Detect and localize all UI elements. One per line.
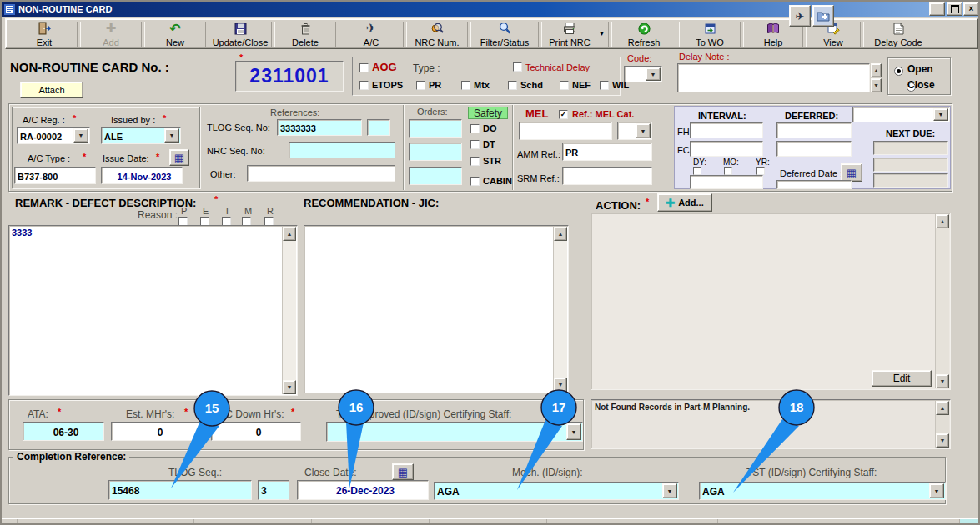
deferred-fh-input[interactable] <box>776 122 852 138</box>
toolbar-exit-button[interactable]: Exit <box>13 20 76 48</box>
tlog-seq-no-input[interactable] <box>277 119 362 136</box>
safety-str-checkbox[interactable] <box>470 157 480 166</box>
orders-input-2[interactable] <box>409 142 462 161</box>
aog-checkbox[interactable] <box>359 63 369 72</box>
interval-fc-input[interactable] <box>690 141 763 157</box>
toolbar-print-nrc-button[interactable]: Print NRC <box>543 20 596 48</box>
ata-input[interactable] <box>23 422 104 441</box>
toolbar-to-wo-button[interactable]: To WO <box>681 20 739 48</box>
action-edit-button[interactable]: Edit <box>872 370 932 387</box>
deferred-fc-input[interactable] <box>776 141 852 157</box>
mech-value[interactable] <box>435 482 683 501</box>
issue-date-calendar-button[interactable]: ▦ <box>169 149 189 166</box>
mel-cat-dropdown-arrow[interactable]: ▼ <box>636 123 651 138</box>
recommendation-scrollbar[interactable]: ▲ ▼ <box>553 227 567 392</box>
toolbar-new-button[interactable]: ↶ New <box>146 20 204 48</box>
completion-seq-input[interactable] <box>258 480 289 500</box>
tst-approved-value[interactable] <box>327 422 587 442</box>
nef-checkbox[interactable] <box>560 81 569 90</box>
attach-button[interactable]: Attach <box>20 82 83 98</box>
safety-dt-checkbox[interactable] <box>470 140 480 149</box>
completion-tst-dropdown[interactable]: ▼ <box>699 482 946 500</box>
mech-dropdown-arrow[interactable]: ▼ <box>662 483 677 498</box>
action-add-button[interactable]: ✚ Add... <box>657 193 712 212</box>
srm-ref-input[interactable] <box>562 167 652 185</box>
toolbar-add-button[interactable]: ✚ Add <box>82 20 140 48</box>
pr-checkbox[interactable] <box>416 81 425 90</box>
orders-input-3[interactable] <box>409 167 462 185</box>
tst-approved-dropdown[interactable]: ▼ <box>326 422 583 442</box>
est-mhrs-input[interactable] <box>111 422 204 441</box>
completion-seq-value[interactable] <box>259 481 294 501</box>
mo-checkbox[interactable] <box>724 167 732 175</box>
remark-scrollbar[interactable]: ▲ ▼ <box>282 227 296 394</box>
toolbar-delay-code-button[interactable]: Delay Code <box>865 20 932 48</box>
delay-note-input[interactable] <box>677 63 870 92</box>
est-mhrs-value[interactable] <box>112 422 209 442</box>
action-scrollbar[interactable]: ▲ ▼ <box>935 214 949 388</box>
toolbar-update-close-button[interactable]: Update/Close <box>210 20 270 48</box>
partm-scrollbar[interactable]: ▲ ▼ <box>935 401 949 448</box>
completion-tst-value[interactable] <box>700 482 950 501</box>
mtx-checkbox[interactable] <box>461 81 470 90</box>
toolbar-refresh-button[interactable]: Refresh <box>613 20 675 48</box>
mini-attach-button[interactable] <box>812 5 834 27</box>
issue-date-value[interactable] <box>102 168 187 185</box>
other-input[interactable] <box>247 165 395 182</box>
close-button[interactable]: × <box>963 2 979 16</box>
dy-checkbox[interactable] <box>693 167 701 175</box>
completion-tst-dropdown-arrow[interactable]: ▼ <box>929 483 944 498</box>
orders-input-1[interactable] <box>409 119 462 138</box>
completion-tlog-input[interactable] <box>108 480 252 500</box>
issue-date-input[interactable] <box>101 167 183 184</box>
ac-down-hrs-value[interactable] <box>212 422 305 442</box>
schd-checkbox[interactable] <box>508 81 517 90</box>
orders-value-3[interactable] <box>410 168 466 186</box>
ac-down-hrs-input[interactable] <box>211 422 301 441</box>
deferred-date-calendar-button[interactable]: ▦ <box>841 163 862 182</box>
yr-checkbox[interactable] <box>756 167 765 175</box>
close-date-value[interactable] <box>298 481 433 501</box>
other-value[interactable] <box>248 166 400 182</box>
ac-type-input[interactable] <box>14 167 96 184</box>
code-dropdown[interactable]: ▼ <box>624 66 662 82</box>
recommendation-textarea[interactable]: ▲ ▼ <box>304 225 569 393</box>
mini-aircraft-button[interactable]: ✈ <box>789 5 811 27</box>
nrc-seq-no-input[interactable] <box>289 142 395 158</box>
mel-cat-dropdown[interactable]: ▼ <box>617 122 652 140</box>
recommendation-scroll-down[interactable]: ▼ <box>554 378 567 392</box>
tlog-seq-no2-value[interactable] <box>368 120 395 137</box>
ac-reg-dropdown-arrow[interactable]: ▼ <box>73 128 88 142</box>
deferred-date-input[interactable] <box>776 180 852 189</box>
partm-scroll-up[interactable]: ▲ <box>936 401 949 415</box>
srm-ref-value[interactable] <box>563 168 656 186</box>
action-scroll-up[interactable]: ▲ <box>936 214 949 228</box>
delay-note-spin-up[interactable]: ▲ <box>871 63 882 78</box>
tlog-seq-no-value[interactable] <box>278 120 366 137</box>
safety-do-checkbox[interactable] <box>470 124 480 133</box>
action-scroll-down[interactable]: ▼ <box>936 374 949 388</box>
mel-input[interactable] <box>519 122 612 140</box>
issued-by-dropdown[interactable]: ▼ <box>101 127 181 144</box>
recommendation-scroll-up[interactable]: ▲ <box>554 227 567 241</box>
orders-value-2[interactable] <box>410 143 466 162</box>
amm-ref-value[interactable] <box>563 143 656 162</box>
close-date-calendar-button[interactable]: ▦ <box>392 463 414 480</box>
issued-by-dropdown-arrow[interactable]: ▼ <box>164 128 179 142</box>
ac-type-value[interactable] <box>15 168 100 185</box>
ata-value[interactable] <box>23 422 108 442</box>
interval-fh-input[interactable] <box>690 122 763 138</box>
completion-tlog-value[interactable] <box>109 481 256 501</box>
open-radio[interactable] <box>894 67 903 76</box>
tst-approved-dropdown-arrow[interactable]: ▼ <box>566 423 581 440</box>
nrc-seq-no-value[interactable] <box>289 142 400 159</box>
toolbar-delete-button[interactable]: Delete <box>276 20 334 48</box>
mel-ref-checkbox[interactable]: ✓ <box>559 110 568 119</box>
remark-scroll-up[interactable]: ▲ <box>283 227 296 241</box>
minimize-button[interactable]: _ <box>929 2 945 16</box>
etops-checkbox[interactable] <box>359 81 369 90</box>
print-nrc-dropdown-arrow[interactable]: ▼ <box>596 22 607 47</box>
remark-textarea[interactable]: 3333 ▲ ▼ <box>8 225 298 396</box>
delay-note-spin-down[interactable]: ▼ <box>871 78 882 92</box>
mech-dropdown[interactable]: ▼ <box>434 482 679 500</box>
